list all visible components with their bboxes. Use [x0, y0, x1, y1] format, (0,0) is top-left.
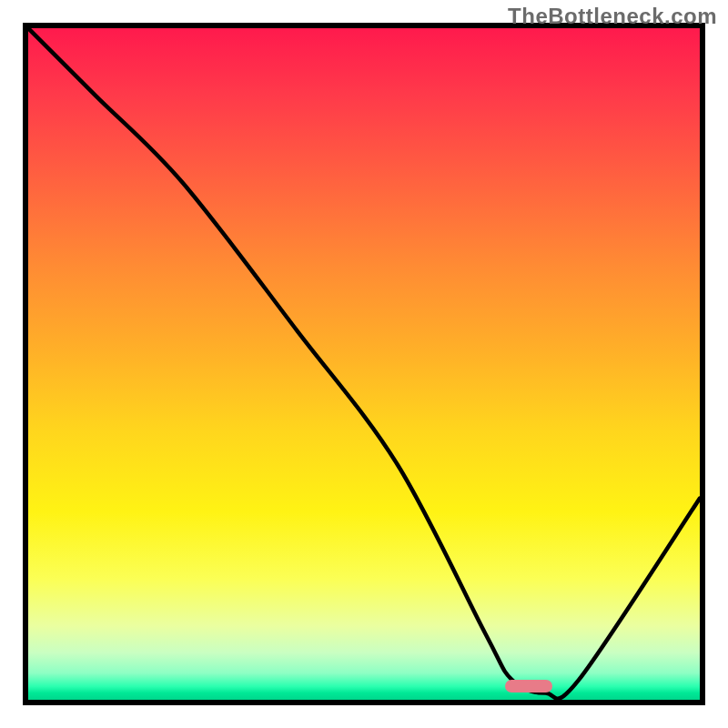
heat-gradient	[28, 28, 700, 700]
plot-area	[28, 28, 700, 700]
canvas: TheBottleneck.com	[0, 0, 728, 728]
watermark-text: TheBottleneck.com	[508, 4, 717, 29]
chart-frame	[23, 23, 705, 705]
